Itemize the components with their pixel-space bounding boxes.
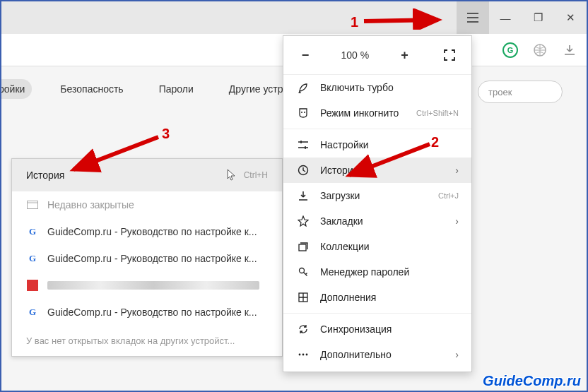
history-item[interactable]: G GuideComp.ru - Руководство по настройк… (12, 218, 282, 245)
history-submenu-header[interactable]: История Ctrl+H (12, 159, 282, 191)
globe-icon[interactable] (531, 42, 548, 59)
site-favicon-g: G (26, 306, 39, 319)
menu-more[interactable]: Дополнительно › (283, 342, 471, 367)
history-submenu: История Ctrl+H Недавно закрытые G GuideC… (11, 158, 283, 357)
svg-point-10 (306, 354, 308, 356)
clock-icon (296, 165, 310, 176)
zoom-row: − 100 % + (283, 36, 471, 75)
maximize-button[interactable]: ❐ (522, 1, 554, 34)
star-icon (296, 215, 310, 227)
site-favicon-red (26, 279, 39, 292)
menu-history[interactable]: История › (283, 158, 471, 183)
window-icon (26, 198, 39, 211)
menu-downloads[interactable]: Загрузки Ctrl+J (283, 183, 471, 208)
tab-passwords[interactable]: Пароли (152, 79, 201, 99)
site-favicon-g: G (26, 225, 39, 238)
key-icon (296, 266, 310, 278)
menu-bookmarks[interactable]: Закладки › (283, 208, 471, 234)
chevron-right-icon: › (455, 349, 459, 360)
chevron-right-icon: › (455, 215, 459, 227)
menu-settings[interactable]: Настройки (283, 132, 471, 158)
svg-point-3 (304, 112, 305, 113)
redacted-text (47, 281, 259, 290)
shortcut-label: Ctrl+J (438, 191, 459, 200)
zoom-in-button[interactable]: + (396, 46, 414, 64)
main-menu: − 100 % + Включить турбо Режим инкогнито… (283, 35, 472, 372)
recently-closed-header: Недавно закрытые (12, 191, 282, 218)
history-item[interactable]: G GuideComp.ru - Руководство по настройк… (12, 299, 282, 326)
sync-icon (296, 323, 310, 335)
menu-incognito[interactable]: Режим инкогнито Ctrl+Shift+N (283, 100, 471, 126)
more-icon (296, 349, 310, 360)
svg-rect-5 (299, 244, 306, 251)
site-favicon-g: G (26, 252, 39, 265)
close-button[interactable]: ✕ (554, 1, 587, 34)
svg-point-8 (299, 354, 301, 356)
menu-sync[interactable]: Синхронизация (283, 316, 471, 342)
download-icon[interactable] (561, 42, 578, 59)
menu-addons[interactable]: Дополнения (283, 285, 471, 310)
rocket-icon (296, 82, 310, 93)
incognito-icon (296, 107, 310, 119)
grammarly-icon[interactable]: G (502, 42, 519, 59)
svg-point-9 (302, 354, 305, 356)
chevron-right-icon: › (455, 165, 459, 176)
puzzle-icon (296, 292, 310, 303)
cursor-icon (227, 169, 237, 182)
menu-passwords[interactable]: Менеджер паролей (283, 259, 471, 285)
watermark: GuideComp.ru (483, 373, 581, 389)
svg-point-6 (300, 268, 305, 273)
svg-rect-1 (28, 201, 38, 209)
svg-point-2 (301, 112, 302, 113)
search-settings-input[interactable]: троек (478, 81, 563, 103)
zoom-value: 100 % (341, 49, 369, 61)
window-titlebar: — ❐ ✕ (1, 1, 587, 34)
shortcut-label: Ctrl+Shift+N (416, 109, 459, 117)
sliders-icon (296, 139, 310, 150)
annotation-3: 3 (162, 126, 170, 142)
fullscreen-button[interactable] (440, 46, 459, 64)
tab-security[interactable]: Безопасность (53, 79, 130, 99)
no-tabs-message: У вас нет открытых вкладок на других уст… (12, 326, 282, 356)
menu-collections[interactable]: Коллекции (283, 234, 471, 259)
collections-icon (296, 241, 310, 252)
history-label: История (26, 170, 64, 181)
history-shortcut: Ctrl+H (244, 170, 268, 180)
download-icon (296, 190, 310, 201)
zoom-out-button[interactable]: − (296, 46, 314, 64)
menu-turbo[interactable]: Включить турбо (283, 75, 471, 100)
hamburger-menu-button[interactable] (457, 1, 489, 34)
tab-settings[interactable]: ройки (0, 79, 32, 99)
history-item[interactable]: G GuideComp.ru - Руководство по настройк… (12, 245, 282, 272)
history-item[interactable] (12, 272, 282, 299)
minimize-button[interactable]: — (489, 1, 522, 34)
